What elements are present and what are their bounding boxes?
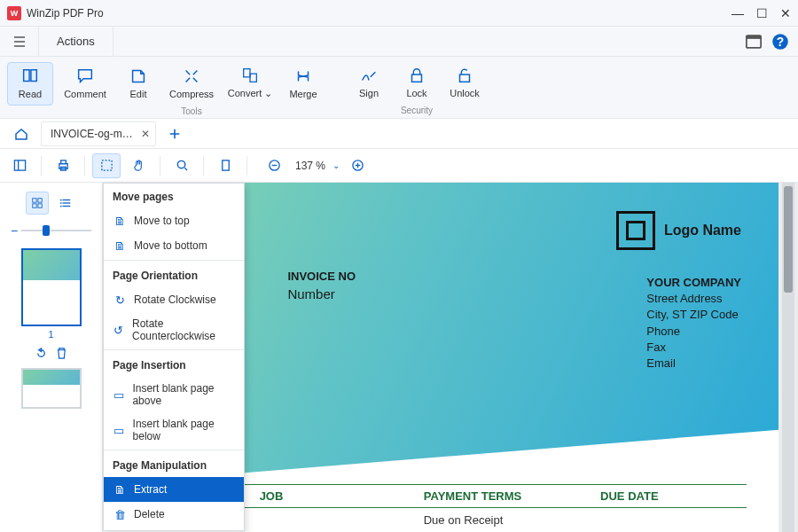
svg-point-29 — [59, 200, 61, 201]
ribbon-lock-label: Lock — [406, 88, 426, 98]
cm-extract-label: Extract — [134, 483, 167, 496]
svg-rect-5 — [250, 74, 256, 82]
thumb-grid-button[interactable] — [26, 192, 49, 215]
svg-rect-23 — [37, 199, 41, 202]
zoom-in-button[interactable] — [343, 153, 372, 178]
td-job — [254, 508, 419, 532]
ribbon-lock[interactable]: Lock — [394, 62, 440, 104]
vertical-scrollbar[interactable] — [782, 183, 794, 532]
zoom-out-button[interactable] — [260, 153, 288, 178]
cm-rotate-ccw[interactable]: ↺Rotate Counterclockwise — [104, 312, 244, 348]
thumb-page-2[interactable] — [21, 368, 82, 409]
convert-icon — [240, 66, 260, 85]
document-tab[interactable]: INVOICE-og-merg... ✕ — [41, 121, 156, 146]
svg-rect-16 — [222, 160, 229, 170]
edit-icon — [129, 66, 148, 86]
tabbar: INVOICE-og-merg... ✕ — [0, 119, 798, 149]
cm-move-top[interactable]: 🗎Move to top — [104, 208, 244, 233]
company-fax: Fax — [646, 340, 741, 356]
thumb-page-1-label: 1 — [21, 329, 82, 340]
book-icon — [20, 66, 40, 86]
delete-icon: 🗑 — [113, 507, 127, 521]
logo-text: Logo Name — [664, 223, 741, 239]
company-name: YOUR COMPANY — [646, 275, 741, 291]
menu-actions[interactable]: Actions — [39, 27, 113, 56]
ribbon-group-security: Security — [401, 106, 433, 115]
ribbon-unlock[interactable]: Unlock — [442, 62, 488, 104]
ribbon-unlock-label: Unlock — [450, 88, 480, 98]
company-logo: Logo Name — [616, 211, 741, 250]
print-button[interactable] — [49, 153, 77, 178]
invno-label: INVOICE NO — [287, 270, 356, 283]
company-email: Email — [646, 356, 741, 372]
ribbon-comment[interactable]: Comment — [57, 62, 113, 105]
zoom-value[interactable]: 137 % — [292, 160, 329, 172]
thumb-list-button[interactable] — [54, 192, 77, 215]
td-due — [595, 508, 747, 532]
svg-rect-25 — [37, 204, 41, 207]
menubar: Actions ? — [0, 27, 798, 57]
search-button[interactable] — [168, 153, 196, 178]
td-terms: Due on Receipt — [419, 508, 595, 532]
window-controls: — ☐ ✕ — [732, 6, 791, 20]
hand-icon — [132, 159, 145, 172]
cm-section-move: Move pages — [104, 184, 244, 208]
company-city: City, ST ZIP Code — [646, 307, 741, 323]
cm-section-manipulation: Page Manipulation — [104, 452, 244, 477]
tab-close-button[interactable]: ✕ — [141, 128, 150, 140]
ribbon-comment-label: Comment — [64, 89, 106, 99]
svg-rect-6 — [412, 74, 422, 82]
content-area: − 1 Move pages 🗎Move to top 🗎Move to bot… — [0, 183, 798, 532]
ribbon-sign[interactable]: Sign — [346, 62, 392, 104]
svg-rect-24 — [32, 204, 35, 207]
cm-move-bottom[interactable]: 🗎Move to bottom — [104, 233, 244, 258]
ribbon-convert[interactable]: Convert ⌄ — [222, 62, 278, 105]
ribbon-read-label: Read — [19, 89, 42, 99]
page-fit-button[interactable] — [211, 153, 239, 178]
rotate-thumb-button[interactable] — [35, 347, 48, 363]
ribbon-compress[interactable]: Compress — [163, 62, 220, 105]
thumb-size-slider[interactable]: − — [11, 223, 91, 238]
ribbon-read[interactable]: Read — [7, 62, 53, 106]
svg-text:?: ? — [777, 35, 784, 49]
ribbon-merge[interactable]: Merge — [280, 62, 326, 105]
home-tab[interactable] — [5, 119, 37, 148]
ribbon-edit[interactable]: Edit — [115, 62, 161, 105]
grid-icon — [31, 197, 43, 209]
svg-rect-13 — [101, 160, 111, 170]
scrollbar-thumb[interactable] — [784, 186, 793, 293]
cm-insert-below[interactable]: ▭Insert blank page below — [104, 412, 244, 448]
svg-rect-11 — [60, 160, 66, 164]
panel-toggle-button[interactable] — [745, 33, 763, 51]
hamburger-icon — [12, 35, 27, 49]
close-button[interactable]: ✕ — [780, 6, 791, 20]
new-tab-button[interactable] — [161, 121, 188, 146]
minimize-button[interactable]: — — [732, 6, 744, 20]
ribbon-convert-label: Convert ⌄ — [228, 88, 273, 99]
thumb-page-1[interactable]: 1 — [21, 248, 82, 340]
panel-view-button[interactable] — [5, 153, 34, 178]
hand-tool-button[interactable] — [124, 153, 153, 178]
help-button[interactable]: ? — [771, 33, 789, 51]
menu-toggle-button[interactable] — [0, 27, 39, 56]
comment-icon — [75, 66, 95, 86]
extract-icon: 🗎 — [113, 482, 127, 497]
cm-rotate-cw[interactable]: ↻Rotate Clockwise — [104, 287, 244, 312]
zoom-dropdown-icon[interactable]: ⌄ — [332, 160, 340, 170]
cm-rotate-ccw-label: Rotate Counterclockwise — [132, 317, 235, 342]
zoom-in-icon — [351, 159, 364, 172]
cm-insert-below-label: Insert blank page below — [133, 418, 235, 442]
cm-extract[interactable]: 🗎Extract — [104, 477, 244, 502]
rotate-cw-icon: ↻ — [113, 293, 127, 307]
plus-icon — [168, 128, 181, 140]
help-icon: ? — [771, 33, 789, 51]
svg-line-15 — [184, 168, 187, 170]
cm-delete[interactable]: 🗑Delete — [104, 502, 244, 527]
delete-thumb-button[interactable] — [55, 347, 68, 363]
cm-insert-above[interactable]: ▭Insert blank page above — [104, 377, 244, 412]
svg-point-31 — [59, 206, 61, 207]
company-block: YOUR COMPANY Street Address City, ST ZIP… — [646, 275, 741, 372]
titlebar: W WinZip PDF Pro — ☐ ✕ — [0, 0, 798, 27]
select-tool-button[interactable] — [92, 153, 121, 178]
maximize-button[interactable]: ☐ — [756, 6, 768, 20]
